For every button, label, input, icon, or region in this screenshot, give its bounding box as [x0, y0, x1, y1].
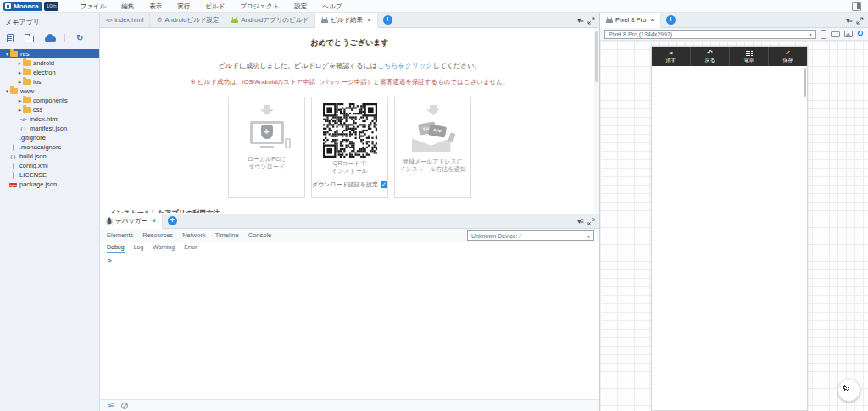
log-tab-error[interactable]: Error: [184, 242, 198, 253]
caret-right-icon[interactable]: ▸: [17, 97, 23, 104]
caret-right-icon[interactable]: ▸: [17, 69, 23, 76]
menu-build[interactable]: ビルド: [198, 0, 232, 13]
caret-right-icon[interactable]: ▸: [17, 60, 23, 67]
cloud-upload-icon[interactable]: [45, 36, 56, 42]
tree-item-index-html[interactable]: </> index.html: [0, 114, 99, 124]
console-bottom-bar: >≡: [100, 399, 599, 411]
new-tab-button[interactable]: +: [383, 15, 392, 25]
new-file-icon[interactable]: [7, 34, 14, 42]
screenshot-icon[interactable]: [844, 31, 853, 37]
qr-install-card[interactable]: QRコードで インストール ダウンロード認証を設定 ✓: [311, 97, 388, 198]
close-icon: ×: [669, 50, 673, 57]
tree-item-monacaignore[interactable]: .monacaignore: [0, 142, 99, 152]
close-tab-icon[interactable]: ×: [650, 16, 654, 24]
device-select[interactable]: Unknown Device: / ▾: [467, 230, 594, 241]
tree-item-ios[interactable]: ▸ ios: [0, 77, 99, 86]
qr-share-button[interactable]: [837, 379, 860, 402]
refresh-tree-icon[interactable]: ↻: [76, 34, 83, 42]
new-folder-icon[interactable]: [25, 36, 34, 42]
device-model-select[interactable]: Pixel 8 Pro (1344x2992) ▾: [604, 30, 816, 39]
tree-item-config-xml[interactable]: config.xml: [0, 161, 99, 170]
log-tab-log[interactable]: Log: [134, 242, 144, 253]
tree-item-components[interactable]: ▸ components: [0, 96, 99, 105]
monaca-logo[interactable]: Monaca 10th: [3, 2, 58, 11]
tab-build-result[interactable]: ビルド結果 ×: [315, 13, 378, 28]
npm-icon: npm: [8, 182, 18, 187]
log-level-tabs: Debug Log Warning Error: [100, 242, 599, 253]
panel-toggle-icon[interactable]: [852, 2, 861, 11]
log-tab-warning[interactable]: Warning: [153, 242, 175, 253]
tree-item-package-json[interactable]: npm package.json: [0, 180, 99, 189]
app-clear-button[interactable]: × 消す: [652, 47, 691, 66]
caret-down-icon[interactable]: ▾: [4, 51, 10, 58]
device-screen[interactable]: × 消す ↶ 戻る 電卓 ✓ 保存: [651, 46, 808, 411]
tree-item-res[interactable]: ▾ res: [0, 49, 99, 58]
tree-item-license[interactable]: LICENSE: [0, 170, 99, 180]
close-tab-icon[interactable]: ×: [152, 217, 156, 225]
install-options: + ローカルPCに ダウンロード QRコードで インストール ダウンロード認証を…: [100, 97, 599, 198]
tree-item-electron[interactable]: ▸ electron: [0, 68, 99, 77]
menu-view[interactable]: 表示: [142, 0, 170, 13]
maximize-panel-icon[interactable]: [587, 218, 595, 225]
bug-icon: [106, 217, 113, 225]
tree-item-gitignore[interactable]: .gitignore: [0, 133, 99, 142]
folder-icon: [23, 107, 31, 113]
tab-debugger[interactable]: デバッガー ×: [100, 214, 163, 229]
portrait-orientation-icon[interactable]: [821, 30, 826, 39]
json-file-icon: { }: [19, 126, 28, 131]
device-scrollbar[interactable]: [804, 68, 806, 97]
tab-android-app-build[interactable]: Androidアプリのビルド: [225, 13, 315, 27]
file-icon: [8, 145, 18, 150]
menu-edit[interactable]: 編集: [114, 0, 142, 13]
devtools-tab-network[interactable]: Network: [182, 231, 206, 239]
explorer-toolbar: ↻: [0, 27, 99, 47]
menu-project[interactable]: プロジェクト: [232, 0, 287, 13]
tree-item-android[interactable]: ▸ android: [0, 58, 99, 68]
console-input-icon[interactable]: >≡: [108, 402, 114, 409]
tab-list-menu-icon[interactable]: ▾≡: [577, 17, 583, 25]
tree-item-www[interactable]: ▾ www: [0, 86, 99, 96]
app-calculator-button[interactable]: 電卓: [730, 47, 769, 66]
menu-run[interactable]: 実行: [170, 0, 198, 13]
app-save-button[interactable]: ✓ 保存: [769, 47, 807, 66]
app-back-button[interactable]: ↶ 戻る: [691, 47, 730, 66]
email-notify-card[interactable]: Your APP 登録メールアドレスに インストール方法を通知: [394, 97, 471, 198]
console-output[interactable]: >: [100, 253, 599, 399]
new-tab-button[interactable]: +: [168, 216, 177, 225]
tab-android-build-settings[interactable]: ⚙ Androidビルド設定: [150, 13, 225, 27]
check-icon: ✓: [785, 50, 791, 57]
caret-right-icon[interactable]: ▸: [17, 79, 23, 86]
reload-preview-icon[interactable]: ↻: [857, 30, 864, 38]
new-tab-button[interactable]: +: [666, 15, 676, 25]
log-tab-debug[interactable]: Debug: [107, 242, 125, 253]
main-menu: ファイル 編集 表示 実行 ビルド プロジェクト 設定 ヘルプ: [72, 0, 349, 13]
menu-help[interactable]: ヘルプ: [314, 0, 349, 13]
download-to-pc-card[interactable]: + ローカルPCに ダウンロード: [228, 97, 305, 198]
maximize-panel-icon[interactable]: [856, 17, 864, 25]
checkbox-checked-icon[interactable]: ✓: [381, 181, 387, 188]
devtools-tab-console[interactable]: Console: [248, 231, 272, 239]
menu-file[interactable]: ファイル: [72, 0, 114, 13]
tab-index-html[interactable]: </> index.html: [100, 13, 150, 27]
devtools-tab-resources[interactable]: Resources: [142, 231, 173, 239]
tree-item-manifest-json[interactable]: { } manifest.json: [0, 124, 99, 133]
landscape-orientation-icon[interactable]: [831, 31, 840, 37]
tab-list-menu-icon[interactable]: ▾≡: [846, 17, 852, 25]
tab-pixel-8-pro[interactable]: Pixel 8 Pro ×: [600, 13, 661, 28]
tree-item-css[interactable]: ▸ css: [0, 105, 99, 114]
json-file-icon: { }: [8, 154, 18, 159]
menu-bar: Monaca 10th ファイル 編集 表示 実行 ビルド プロジェクト 設定 …: [0, 0, 868, 13]
menu-settings[interactable]: 設定: [287, 0, 314, 13]
clipped-section-heading: インストールしたアプリの利用方法: [109, 208, 220, 213]
caret-down-icon[interactable]: ▾: [4, 88, 10, 95]
debugger-tab-bar: デバッガー × + ▾≡: [100, 214, 599, 229]
maximize-panel-icon[interactable]: [587, 17, 595, 25]
build-log-link[interactable]: こちらをクリック: [377, 62, 433, 69]
clear-console-icon[interactable]: [121, 403, 128, 409]
tree-item-build-json[interactable]: { } build.json: [0, 152, 99, 161]
tab-list-menu-icon[interactable]: ▾≡: [577, 218, 583, 225]
devtools-tab-elements[interactable]: Elements: [107, 231, 133, 239]
close-tab-icon[interactable]: ×: [367, 16, 371, 24]
caret-right-icon[interactable]: ▸: [17, 107, 23, 114]
devtools-tab-timeline[interactable]: Timeline: [215, 231, 239, 239]
